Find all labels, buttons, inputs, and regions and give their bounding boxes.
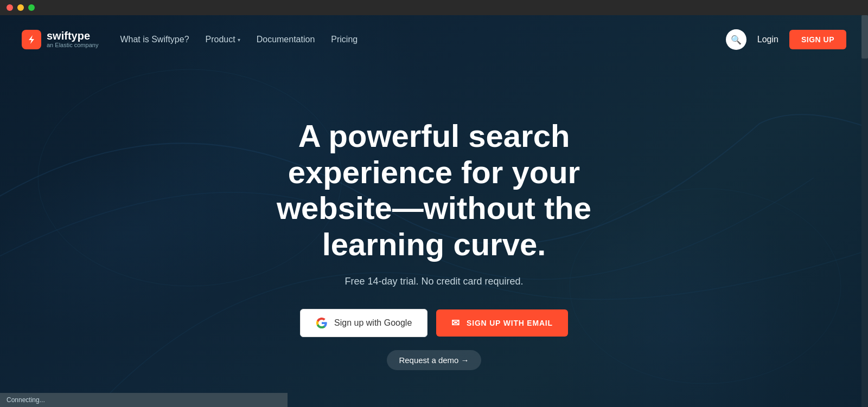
logo-name: swiftype	[47, 30, 98, 42]
nav-item-pricing[interactable]: Pricing	[331, 35, 358, 44]
google-icon	[316, 317, 328, 329]
logo-sub: an Elastic company	[47, 42, 98, 49]
signup-google-button[interactable]: Sign up with Google	[300, 309, 427, 337]
nav-links: What is Swiftype? Product ▾ Documentatio…	[120, 35, 725, 44]
nav-item-documentation[interactable]: Documentation	[257, 35, 315, 44]
signup-email-label: SIGN UP WITH EMAIL	[467, 319, 553, 327]
status-bar: Connecting...	[0, 393, 288, 407]
email-icon: ✉	[451, 317, 460, 329]
hero-section: A powerful search experience for your we…	[0, 64, 868, 370]
nav-item-what-is-swiftype[interactable]: What is Swiftype?	[120, 35, 189, 44]
hero-actions: Sign up with Google ✉ SIGN UP WITH EMAIL	[300, 309, 568, 337]
hero-subtitle: Free 14-day trial. No credit card requir…	[344, 276, 523, 287]
signup-google-label: Sign up with Google	[334, 318, 412, 328]
login-button[interactable]: Login	[757, 35, 778, 44]
close-button[interactable]	[7, 4, 13, 11]
minimize-button[interactable]	[17, 4, 24, 11]
chevron-down-icon: ▾	[238, 37, 240, 43]
hero-title: A powerful search experience for your we…	[239, 118, 629, 263]
signup-email-button[interactable]: ✉ SIGN UP WITH EMAIL	[436, 309, 568, 337]
request-demo-button[interactable]: Request a demo →	[387, 350, 481, 370]
svg-marker-2	[29, 35, 34, 44]
logo[interactable]: swiftype an Elastic company	[22, 30, 98, 49]
search-icon: 🔍	[731, 35, 742, 45]
nav-right: 🔍 Login SIGN UP	[726, 29, 846, 50]
search-button[interactable]: 🔍	[726, 29, 746, 50]
nav-item-product[interactable]: Product ▾	[206, 35, 240, 44]
window-chrome	[0, 0, 868, 15]
logo-icon	[22, 30, 41, 49]
logo-text: swiftype an Elastic company	[47, 30, 98, 49]
main-page: swiftype an Elastic company What is Swif…	[0, 15, 868, 407]
status-text: Connecting...	[7, 396, 45, 404]
signup-button[interactable]: SIGN UP	[789, 30, 846, 49]
maximize-button[interactable]	[28, 4, 35, 11]
navbar: swiftype an Elastic company What is Swif…	[0, 15, 868, 64]
